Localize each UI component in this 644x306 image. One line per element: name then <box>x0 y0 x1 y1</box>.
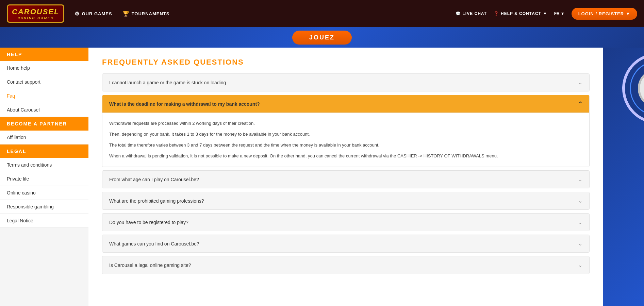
chevron-down-icon-2: ⌄ <box>578 176 582 183</box>
logo-sub: CASINO GAMES <box>12 16 59 20</box>
faq-question-text-1: What is the deadline for making a withdr… <box>109 101 260 107</box>
sidebar-section-help: HELP <box>0 48 88 61</box>
help-icon: ❓ <box>494 11 499 16</box>
our-games-link[interactable]: ⚙ OUR GAMES <box>75 11 112 17</box>
sidebar-section-legal: LEGAL <box>0 144 88 158</box>
live-chat-label: LIVE CHAT <box>463 11 487 16</box>
jouez-label: JOUEZ <box>309 34 335 41</box>
faq-answer-1-p1: Then, depending on your bank, it takes 1… <box>109 131 582 138</box>
our-games-label: OUR GAMES <box>82 11 112 16</box>
sidebar-item-faq[interactable]: Faq <box>0 89 88 103</box>
chevron-down-icon: ▼ <box>543 11 547 16</box>
faq-question-3[interactable]: What are the prohibited gaming professio… <box>102 192 589 209</box>
games-icon: ⚙ <box>75 11 80 17</box>
dropdown-icon: ▼ <box>626 11 630 16</box>
main-nav: ⚙ OUR GAMES 🏆 TOURNAMENTS <box>75 11 169 17</box>
right-decoration: 2 <box>603 48 644 306</box>
faq-answer-1-p0: Withdrawal requests are processed within… <box>109 120 582 127</box>
faq-question-2[interactable]: From what age can I play on Carousel.be?… <box>102 171 589 188</box>
sidebar-item-contact-support[interactable]: Contact support <box>0 75 88 89</box>
tournaments-link[interactable]: 🏆 TOURNAMENTS <box>122 11 170 17</box>
sidebar-item-responsible-gambling[interactable]: Responsible gambling <box>0 200 88 214</box>
help-contact-button[interactable]: ❓ HELP & CONTACT ▼ <box>494 11 547 16</box>
sidebar-item-private-life[interactable]: Private life <box>0 172 88 186</box>
live-chat-button[interactable]: 💬 LIVE CHAT <box>456 11 487 16</box>
login-register-label: LOGIN / REGISTER <box>578 11 624 16</box>
logo-main: CAROUSEL <box>12 7 59 16</box>
header: CAROUSEL CASINO GAMES ⚙ OUR GAMES 🏆 TOUR… <box>0 0 644 27</box>
chevron-up-icon-1: ⌃ <box>578 101 582 107</box>
faq-question-text-5: What games can you find on Carousel.be? <box>109 241 199 247</box>
chat-icon: 💬 <box>456 11 461 16</box>
faq-item-1: What is the deadline for making a withdr… <box>102 95 590 167</box>
wheel-decoration-svg: 2 <box>603 48 644 184</box>
faq-question-0[interactable]: I cannot launch a game or the game is st… <box>102 74 589 91</box>
faq-question-text-2: From what age can I play on Carousel.be? <box>109 177 199 182</box>
faq-item-6: Is Carousel a legal online gaming site? … <box>102 256 590 274</box>
faq-question-text-0: I cannot launch a game or the game is st… <box>109 80 226 85</box>
sidebar-section-partner: BECOME A PARTNER <box>0 117 88 131</box>
chevron-down-icon-3: ⌄ <box>578 198 582 204</box>
faq-answer-1-p2: The total time therefore varies between … <box>109 141 582 149</box>
faq-item-4: Do you have to be registered to play? ⌄ <box>102 213 590 231</box>
main-content: HELP Home help Contact support Faq About… <box>0 48 644 306</box>
lang-chevron-icon: ▼ <box>561 11 565 16</box>
login-register-button[interactable]: LOGIN / REGISTER ▼ <box>572 8 637 20</box>
tournaments-icon: 🏆 <box>122 11 130 17</box>
faq-answer-1: Withdrawal requests are processed within… <box>102 113 589 167</box>
sidebar-item-online-casino[interactable]: Online casino <box>0 186 88 200</box>
tournaments-label: TOURNAMENTS <box>132 11 170 16</box>
logo[interactable]: CAROUSEL CASINO GAMES <box>7 4 64 23</box>
chevron-down-icon-0: ⌄ <box>578 79 582 86</box>
faq-question-5[interactable]: What games can you find on Carousel.be? … <box>102 235 589 252</box>
help-contact-label: HELP & CONTACT <box>501 11 541 16</box>
faq-question-text-3: What are the prohibited gaming professio… <box>109 198 204 204</box>
chevron-down-icon-5: ⌄ <box>578 240 582 247</box>
content-area: FREQUENTLY ASKED QUESTIONS I cannot laun… <box>88 48 603 306</box>
faq-item-3: What are the prohibited gaming professio… <box>102 192 590 210</box>
logo-area: CAROUSEL CASINO GAMES <box>7 4 64 23</box>
header-right: 💬 LIVE CHAT ❓ HELP & CONTACT ▼ FR ▼ LOGI… <box>456 8 637 20</box>
chevron-down-icon-6: ⌄ <box>578 262 582 268</box>
faq-item-5: What games can you find on Carousel.be? … <box>102 235 590 253</box>
faq-question-4[interactable]: Do you have to be registered to play? ⌄ <box>102 214 589 231</box>
jouez-button[interactable]: JOUEZ <box>292 31 352 45</box>
sidebar-item-about-carousel[interactable]: About Carousel <box>0 103 88 117</box>
faq-item-2: From what age can I play on Carousel.be?… <box>102 170 590 188</box>
sidebar: HELP Home help Contact support Faq About… <box>0 48 88 306</box>
chevron-down-icon-4: ⌄ <box>578 219 582 225</box>
faq-title: FREQUENTLY ASKED QUESTIONS <box>102 58 590 67</box>
faq-answer-1-p3: When a withdrawal is pending validation,… <box>109 152 582 160</box>
hero-banner: JOUEZ <box>0 27 644 48</box>
sidebar-item-home-help[interactable]: Home help <box>0 61 88 75</box>
language-label: FR <box>554 11 560 16</box>
sidebar-item-terms[interactable]: Terms and conditions <box>0 158 88 172</box>
faq-item-0: I cannot launch a game or the game is st… <box>102 73 590 91</box>
faq-question-1[interactable]: What is the deadline for making a withdr… <box>102 95 589 113</box>
language-selector[interactable]: FR ▼ <box>554 11 565 16</box>
sidebar-item-affiliation[interactable]: Affiliation <box>0 131 88 144</box>
faq-question-text-4: Do you have to be registered to play? <box>109 220 188 225</box>
sidebar-item-legal-notice[interactable]: Legal Notice <box>0 214 88 228</box>
faq-question-6[interactable]: Is Carousel a legal online gaming site? … <box>102 256 589 274</box>
faq-question-text-6: Is Carousel a legal online gaming site? <box>109 262 191 268</box>
